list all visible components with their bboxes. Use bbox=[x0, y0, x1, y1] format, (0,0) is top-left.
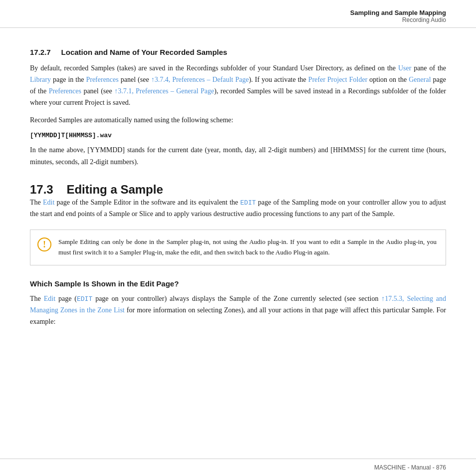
link-17-5-3[interactable]: ↑17.5.3, Selecting and Managing Zones in… bbox=[30, 295, 446, 314]
paragraph-1: By default, recorded Samples (takes) are… bbox=[30, 62, 446, 108]
warning-icon: ! bbox=[37, 238, 51, 251]
link-library[interactable]: Library bbox=[30, 76, 51, 83]
subsection-which-sample: Which Sample Is Shown in the Edit Page? … bbox=[30, 279, 446, 328]
svg-text:!: ! bbox=[43, 239, 46, 249]
code-block: [YYMMDD]T[HHMMSS].wav bbox=[30, 132, 446, 139]
warning-text: Sample Editing can only be done in the S… bbox=[58, 237, 437, 258]
link-3-7-1[interactable]: ↑3.7.1, Preferences – General Page bbox=[114, 87, 214, 95]
subsection-paragraph: The Edit page (EDIT page on your control… bbox=[30, 293, 446, 328]
paragraph-3: In the name above, [YYMMDD] stands for t… bbox=[30, 144, 446, 167]
link-general[interactable]: General bbox=[409, 76, 431, 83]
section-17-3: 17.3 Editing a Sample The Edit page of t… bbox=[30, 183, 446, 328]
major-section-title: Editing a Sample bbox=[66, 183, 163, 196]
inline-edit-code: EDIT bbox=[240, 199, 256, 207]
link-preferences-1[interactable]: Preferences bbox=[86, 76, 118, 83]
link-3-7-4[interactable]: ↑3.7.4, Preferences – Default Page bbox=[151, 76, 249, 83]
page-footer: MASCHINE - Manual - 876 bbox=[0, 459, 476, 476]
major-section-number: 17.3 bbox=[30, 183, 53, 196]
link-edit-1[interactable]: Edit bbox=[43, 199, 54, 206]
section-title: Location and Name of Your Recorded Sampl… bbox=[61, 48, 228, 56]
link-prefer-project[interactable]: Prefer Project Folder bbox=[308, 76, 367, 83]
main-content: 17.2.7 Location and Name of Your Recorde… bbox=[0, 28, 476, 365]
link-user[interactable]: User bbox=[398, 64, 411, 72]
header-subtitle: Recording Audio bbox=[30, 16, 446, 23]
link-preferences-2[interactable]: Preferences bbox=[49, 87, 81, 95]
header-title: Sampling and Sample Mapping bbox=[30, 9, 446, 16]
link-edit-2[interactable]: Edit bbox=[44, 295, 55, 302]
footer-text: MASCHINE - Manual - 876 bbox=[374, 464, 446, 471]
section-number: 17.2.7 bbox=[30, 48, 51, 56]
warning-box: ! Sample Editing can only be done in the… bbox=[30, 230, 446, 265]
section-17-2-7-heading: 17.2.7 Location and Name of Your Recorde… bbox=[30, 48, 446, 56]
paragraph-2: Recorded Samples are automatically named… bbox=[30, 114, 446, 126]
section-17-3-paragraph: The Edit page of the Sample Editor in th… bbox=[30, 197, 446, 220]
page-header: Sampling and Sample Mapping Recording Au… bbox=[0, 0, 476, 28]
page-container: Sampling and Sample Mapping Recording Au… bbox=[0, 0, 476, 476]
section-17-2-7: 17.2.7 Location and Name of Your Recorde… bbox=[30, 48, 446, 168]
section-17-3-heading: 17.3 Editing a Sample bbox=[30, 183, 446, 197]
subsection-heading: Which Sample Is Shown in the Edit Page? bbox=[30, 279, 446, 288]
inline-edit-code-2: EDIT bbox=[77, 295, 92, 303]
